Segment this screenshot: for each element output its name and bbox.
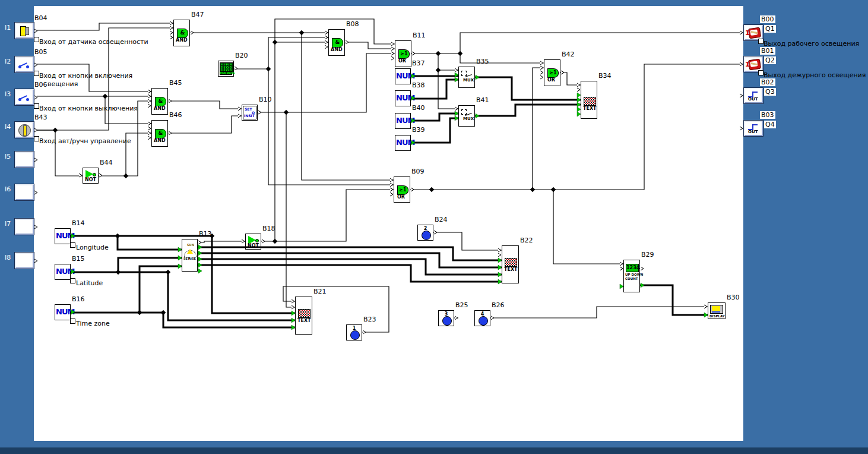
block-ref-label: B06 <box>34 81 47 89</box>
block-b08[interactable]: & AND <box>328 29 345 56</box>
label-flag-icon <box>34 103 39 109</box>
and-caption: AND <box>154 138 166 143</box>
connector-label: Latitude <box>76 279 103 287</box>
block-b30[interactable]: DISPLAY <box>708 302 726 319</box>
block-b13[interactable]: SUN SET RISE <box>182 239 198 272</box>
block-b21[interactable]: TEXT <box>295 297 312 335</box>
connector-label: Выход дежурного освещения <box>764 71 866 79</box>
terminal-name-label: I1 <box>5 24 11 31</box>
output-block-q4[interactable]: OUT <box>744 121 763 136</box>
text-matrix-icon <box>298 309 311 318</box>
block-ref-label: B03 <box>760 111 775 119</box>
latch-set-label: SET <box>245 108 252 111</box>
terminal-name-label: I7 <box>5 220 11 228</box>
and-caption: AND <box>331 47 343 52</box>
block-b42[interactable]: ≥1 OR <box>544 59 560 86</box>
label-flag-icon <box>758 70 764 75</box>
block-b47[interactable]: & AND <box>173 20 190 46</box>
block-b34[interactable]: TEXT <box>581 81 597 119</box>
astro-sun-icon <box>187 249 193 254</box>
block-ref-label: B26 <box>492 301 505 309</box>
block-ref-label: B10 <box>259 96 272 103</box>
mux-switch-icon <box>461 109 467 115</box>
block-ref-label: B35 <box>476 58 489 65</box>
block-b23[interactable]: 1 <box>346 324 362 340</box>
and-gate-icon: & <box>332 38 343 48</box>
block-b46[interactable]: & AND <box>151 120 168 147</box>
block-b22[interactable]: TEXT <box>502 245 519 283</box>
terminal-name-label: Q4 <box>764 121 776 128</box>
terminal-name-label: I8 <box>5 254 11 261</box>
terminal-name-label: I6 <box>5 185 11 193</box>
block-ref-label: B42 <box>562 51 575 58</box>
text-caption: TEXT <box>504 267 518 272</box>
block-b18[interactable]: NOT <box>245 234 261 250</box>
block-b25[interactable]: 3 <box>438 310 454 326</box>
block-b29[interactable]: 1234 UP DOWN COUNT <box>623 260 640 292</box>
lamp-icon <box>748 27 761 39</box>
not-caption: NOT <box>248 243 259 248</box>
label-flag-icon <box>34 136 39 141</box>
astro-sun-label: SUN <box>187 243 194 247</box>
label-flag-icon <box>34 71 39 76</box>
key-circle-icon <box>442 316 452 326</box>
terminal-name-label: I2 <box>5 58 11 65</box>
block-ref-label: B45 <box>169 79 182 87</box>
input-block-i7[interactable] <box>15 219 34 235</box>
label-flag-icon <box>34 37 39 42</box>
input-block-i2[interactable] <box>15 56 34 72</box>
input-block-i6[interactable] <box>15 184 34 200</box>
block-b11[interactable]: ≥1 OR <box>395 40 411 67</box>
block-b40[interactable]: NUM <box>395 113 411 129</box>
label-flag-icon <box>70 242 75 248</box>
lamp-icon <box>748 59 761 71</box>
input-block-i3[interactable] <box>15 89 34 105</box>
block-b15[interactable]: NUM <box>55 264 71 280</box>
out-caption: OUT <box>748 130 758 134</box>
block-ref-label: B23 <box>363 316 376 323</box>
input-block-i5[interactable] <box>15 152 34 168</box>
input-block-i8[interactable] <box>15 253 34 269</box>
not-bubble-icon <box>93 173 96 176</box>
terminal-name-label: Q1 <box>764 25 776 33</box>
num-constant-icon: NUM <box>56 307 74 316</box>
block-b38[interactable]: NUM <box>395 90 411 106</box>
block-b45[interactable]: & AND <box>151 88 168 115</box>
workspace-background: & ANDB47& ANDB08& ANDB45& ANDB46≥1 ORB11… <box>0 0 868 454</box>
astro-rise-label: RISE <box>188 257 196 260</box>
block-b37[interactable]: NUM <box>395 68 411 84</box>
connector-label: Вход от кнопки выключения <box>39 105 138 112</box>
connector-label: Вход от кнопки включения <box>39 72 132 80</box>
input-block-i1[interactable] <box>15 23 34 39</box>
text-matrix-icon <box>584 97 596 106</box>
block-b24[interactable]: 2 <box>417 225 433 241</box>
terminal-name-label: I4 <box>5 123 11 131</box>
block-ref-label: B16 <box>72 295 85 303</box>
block-b10[interactable]: SET Q INSIT <box>242 105 258 121</box>
terminal-name-label: I5 <box>5 153 11 160</box>
block-b14[interactable]: NUM <box>55 228 71 244</box>
block-b20[interactable]: TIMLPROG <box>218 61 234 77</box>
and-gate-icon: & <box>155 97 166 106</box>
output-block-q3[interactable]: OUT <box>744 88 763 103</box>
block-b41[interactable]: MUX <box>458 105 475 127</box>
block-b09[interactable]: ≥1 OR <box>394 176 410 203</box>
block-ref-label: B20 <box>235 52 248 59</box>
key-circle-icon <box>350 330 360 340</box>
block-ref-label: B11 <box>413 31 426 39</box>
block-b39[interactable]: NUM <box>395 135 411 151</box>
block-b16[interactable]: NUM <box>55 304 71 320</box>
block-ref-label: B22 <box>520 237 533 244</box>
or-caption: OR <box>397 194 405 200</box>
block-b35[interactable]: MUX <box>458 67 475 88</box>
block-b44[interactable]: NOT <box>83 168 99 184</box>
blocks-layer: & ANDB47& ANDB08& ANDB45& ANDB46≥1 ORB11… <box>0 0 868 454</box>
or-gate-icon: ≥1 <box>397 185 408 195</box>
input-block-i4[interactable] <box>15 122 34 138</box>
block-b26[interactable]: 4 <box>474 310 490 326</box>
display-caption: DISPLAY <box>709 314 725 318</box>
not-bubble-icon <box>255 239 259 242</box>
timer-prog-caption: TIMLPROG <box>220 71 232 75</box>
label-flag-icon <box>758 39 764 44</box>
block-ref-label: B24 <box>435 216 448 223</box>
